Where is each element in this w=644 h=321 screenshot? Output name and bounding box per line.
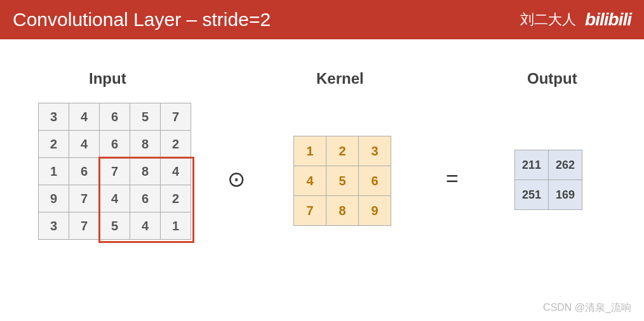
kernel-cell: 9 (359, 196, 391, 226)
input-cell: 8 (130, 131, 161, 158)
input-cell: 7 (100, 158, 130, 185)
kernel-cell: 5 (326, 166, 359, 196)
input-cell: 4 (100, 185, 130, 213)
bilibili-logo: bilibili (585, 10, 631, 30)
slide-header: Convolutional Layer – stride=2 刘二大人 bili… (0, 0, 644, 39)
output-title: Output (527, 70, 577, 88)
kernel-matrix: 123456789 (293, 136, 391, 226)
kernel-cell: 1 (294, 136, 326, 166)
input-cell: 6 (100, 103, 130, 131)
input-cell: 3 (39, 213, 69, 240)
input-cell: 5 (130, 103, 161, 131)
input-cell: 2 (161, 131, 191, 158)
output-matrix: 211262251169 (514, 150, 582, 210)
kernel-title: Kernel (316, 70, 364, 88)
kernel-cell: 4 (294, 166, 326, 196)
input-cell: 5 (100, 213, 130, 240)
input-cell: 7 (69, 213, 100, 240)
equals-operator-icon: = (446, 166, 459, 191)
conv-operator-icon: ⊙ (227, 166, 245, 192)
input-cell: 2 (161, 185, 191, 213)
output-cell: 169 (549, 180, 582, 210)
slide-title: Convolutional Layer – stride=2 (13, 9, 271, 30)
input-cell: 6 (69, 158, 100, 185)
kernel-cell: 6 (359, 166, 391, 196)
input-cell: 1 (161, 213, 191, 240)
diagram-area: Input Kernel Output 34657246821678497462… (0, 39, 644, 321)
kernel-cell: 8 (326, 196, 359, 226)
output-cell: 211 (515, 150, 549, 180)
input-cell: 3 (39, 103, 69, 131)
input-title: Input (89, 70, 126, 88)
input-cell: 8 (130, 158, 161, 185)
input-cell: 7 (69, 185, 100, 213)
input-matrix: 3465724682167849746237541 (38, 103, 191, 240)
input-cell: 6 (100, 131, 130, 158)
input-cell: 4 (161, 158, 191, 185)
output-cell: 251 (515, 180, 549, 210)
input-cell: 1 (39, 158, 69, 185)
kernel-cell: 2 (326, 136, 359, 166)
kernel-cell: 7 (294, 196, 326, 226)
kernel-cell: 3 (359, 136, 391, 166)
author-name: 刘二大人 (520, 10, 576, 29)
watermark-text: CSDN @清泉_流响 (543, 301, 631, 315)
output-cell: 262 (549, 150, 582, 180)
input-cell: 2 (39, 131, 69, 158)
input-cell: 4 (69, 131, 100, 158)
input-cell: 9 (39, 185, 69, 213)
input-cell: 6 (130, 185, 161, 213)
header-right: 刘二大人 bilibili (520, 10, 631, 30)
input-cell: 4 (130, 213, 161, 240)
input-cell: 7 (161, 103, 191, 131)
input-cell: 4 (69, 103, 100, 131)
